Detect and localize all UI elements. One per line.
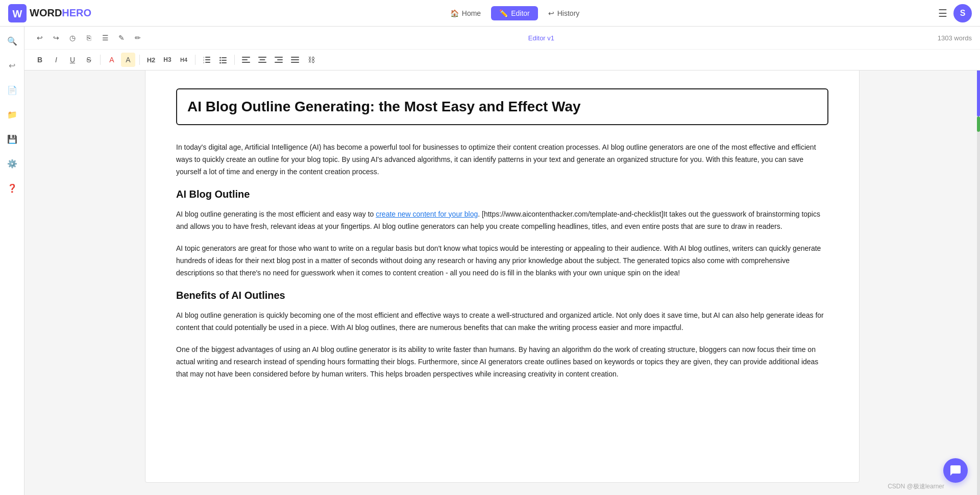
logo-hero: HERO — [62, 7, 91, 18]
sidebar-item-search[interactable]: 🔍 — [4, 33, 20, 49]
redo-button[interactable]: ↪ — [49, 31, 63, 45]
toolbar-row-1: ↩ ↪ ◷ ⎘ ☰ ✎ ✏ Editor v1 1303 words — [24, 27, 980, 50]
divider-3 — [195, 55, 195, 65]
align-center-button[interactable] — [255, 53, 270, 67]
italic-button[interactable]: I — [49, 53, 63, 67]
copy-format-button[interactable]: ⎘ — [82, 31, 96, 45]
svg-rect-3 — [205, 59, 210, 60]
nav-right: ☰ S — [938, 4, 972, 22]
svg-rect-11 — [222, 60, 227, 61]
svg-rect-4 — [205, 62, 210, 63]
svg-rect-24 — [291, 59, 299, 60]
align-left-button[interactable] — [239, 53, 253, 67]
nav-editor-button[interactable]: ✏️ Editor — [491, 6, 538, 20]
chat-icon — [949, 464, 962, 477]
strikethrough-button[interactable]: S — [82, 53, 96, 67]
para2-link[interactable]: create new content for your blog — [376, 210, 478, 218]
para2-before-link: AI blog outline generating is the most e… — [176, 210, 376, 218]
history-icon: ↩ — [548, 9, 554, 17]
heading-benefits: Benefits of AI Outlines — [176, 290, 828, 301]
svg-rect-14 — [242, 57, 250, 58]
left-sidebar: 🔍 ↩ 📄 📁 💾 ⚙️ ❓ — [0, 27, 24, 495]
divider-1 — [100, 55, 101, 65]
h3-button[interactable]: H3 — [160, 53, 175, 67]
logo[interactable]: W WORDHERO — [8, 4, 91, 22]
paragraph-4: AI blog outline generation is quickly be… — [176, 310, 828, 334]
undo-button[interactable]: ↩ — [33, 31, 47, 45]
divider-4 — [234, 55, 235, 65]
sidebar-item-document[interactable]: 📄 — [4, 82, 20, 98]
svg-rect-21 — [277, 59, 283, 60]
unordered-list-icon — [219, 56, 227, 64]
svg-rect-22 — [275, 62, 283, 63]
top-navigation: W WORDHERO 🏠 Home ✏️ Editor ↩ History ☰ … — [0, 0, 980, 27]
scroll-thumb-green — [977, 116, 980, 132]
user-avatar[interactable]: S — [953, 4, 972, 22]
sidebar-item-settings[interactable]: ⚙️ — [4, 155, 20, 172]
menu-icon[interactable]: ☰ — [938, 7, 947, 19]
heading-ai-blog-outline: AI Blog Outline — [176, 188, 828, 200]
svg-rect-2 — [205, 57, 210, 58]
editor-version-label: Editor v1 — [528, 34, 554, 42]
svg-rect-17 — [258, 57, 266, 58]
svg-rect-25 — [291, 62, 299, 63]
ordered-list-icon: 123 — [203, 56, 211, 64]
pen-button[interactable]: ✎ — [114, 31, 129, 45]
editor-area[interactable]: AI Blog Outline Generating: the Most Eas… — [145, 67, 860, 483]
sidebar-item-folder[interactable]: 📁 — [4, 106, 20, 123]
ordered-list-button[interactable]: 123 — [200, 53, 214, 67]
svg-text:W: W — [13, 8, 22, 19]
svg-rect-23 — [291, 57, 299, 58]
editor-main-content[interactable]: AI Blog Outline Generating: the Most Eas… — [24, 55, 980, 495]
svg-rect-20 — [275, 57, 283, 58]
divider-2 — [139, 55, 140, 65]
scroll-indicator — [977, 55, 980, 495]
justify-button[interactable] — [288, 53, 302, 67]
nav-history-button[interactable]: ↩ History — [540, 6, 588, 20]
sidebar-item-undo[interactable]: ↩ — [4, 57, 20, 74]
list-view-button[interactable]: ☰ — [98, 31, 112, 45]
toolbar-row-2: B I U S A A H2 H3 H4 123 — [24, 50, 980, 70]
logo-word: WORD — [30, 7, 62, 18]
pencil-button[interactable]: ✏ — [131, 31, 145, 45]
bold-button[interactable]: B — [33, 53, 47, 67]
editor-toolbar: ↩ ↪ ◷ ⎘ ☰ ✎ ✏ Editor v1 1303 words B I U… — [24, 27, 980, 70]
paragraph-5: One of the biggest advantages of using a… — [176, 344, 828, 380]
chat-bubble-button[interactable] — [943, 458, 968, 483]
svg-text:3: 3 — [203, 61, 205, 64]
history-button[interactable]: ◷ — [65, 31, 80, 45]
home-icon: 🏠 — [450, 9, 459, 17]
intro-paragraph: In today's digital age, Artificial Intel… — [176, 142, 828, 178]
svg-rect-18 — [260, 59, 265, 60]
nav-center: 🏠 Home ✏️ Editor ↩ History — [442, 6, 588, 20]
svg-point-10 — [219, 60, 221, 61]
font-highlight-button[interactable]: A — [121, 53, 135, 67]
svg-rect-19 — [258, 62, 266, 63]
word-count-label: 1303 words — [938, 34, 972, 42]
sidebar-item-save[interactable]: 💾 — [4, 131, 20, 147]
paragraph-2: AI blog outline generating is the most e… — [176, 208, 828, 233]
sidebar-item-help[interactable]: ❓ — [4, 180, 20, 196]
h2-button[interactable]: H2 — [144, 53, 158, 67]
underline-button[interactable]: U — [65, 53, 80, 67]
svg-rect-16 — [242, 62, 250, 63]
svg-rect-13 — [222, 62, 227, 63]
align-right-button[interactable] — [272, 53, 286, 67]
svg-point-12 — [219, 62, 221, 64]
unordered-list-button[interactable] — [216, 53, 230, 67]
font-color-button[interactable]: A — [105, 53, 119, 67]
document-title[interactable]: AI Blog Outline Generating: the Most Eas… — [176, 88, 828, 125]
svg-point-8 — [219, 57, 221, 59]
editor-icon: ✏️ — [499, 9, 508, 17]
paragraph-3: AI topic generators are great for those … — [176, 243, 828, 279]
watermark: CSDN @极速learner — [888, 482, 944, 491]
nav-home-button[interactable]: 🏠 Home — [442, 6, 489, 20]
h4-button[interactable]: H4 — [177, 53, 191, 67]
link-button[interactable]: ⛓ — [304, 53, 318, 67]
logo-icon: W — [8, 4, 27, 22]
svg-rect-9 — [222, 57, 227, 58]
svg-rect-15 — [242, 59, 248, 60]
